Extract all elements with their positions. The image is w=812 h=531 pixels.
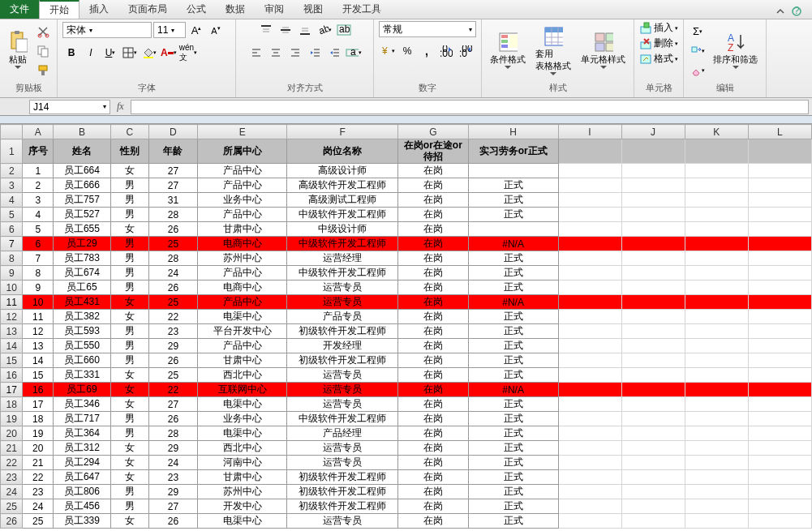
data-cell[interactable]: 25 — [23, 514, 54, 529]
clear-button[interactable]: ▾ — [689, 62, 707, 79]
data-cell[interactable]: 3 — [23, 193, 54, 208]
data-cell[interactable]: 运营专员 — [287, 514, 398, 529]
data-cell[interactable]: 27 — [148, 499, 197, 514]
data-cell[interactable]: 在岗 — [397, 251, 468, 266]
data-cell[interactable]: 初级软件开发工程师 — [287, 470, 398, 485]
data-cell[interactable]: 9 — [23, 280, 54, 295]
data-cell[interactable]: 员工364 — [54, 426, 111, 441]
data-cell[interactable]: 25 — [148, 368, 197, 383]
column-header[interactable]: L — [748, 125, 811, 139]
number-format-combo[interactable]: 常规▾ — [379, 21, 476, 37]
data-cell[interactable]: 女 — [110, 164, 148, 178]
data-cell[interactable]: 产品专员 — [287, 310, 398, 324]
decrease-indent-button[interactable] — [306, 44, 324, 62]
data-cell[interactable]: 27 — [148, 178, 197, 193]
row-header[interactable]: 15 — [1, 353, 23, 368]
data-cell[interactable]: #N/A — [468, 237, 558, 251]
percent-button[interactable]: % — [398, 42, 416, 60]
data-cell[interactable]: 29 — [148, 485, 197, 499]
align-center-button[interactable] — [267, 44, 285, 62]
row-header[interactable]: 12 — [1, 310, 23, 324]
row-header[interactable]: 14 — [1, 339, 23, 353]
increase-decimal-button[interactable]: .0.00 — [437, 42, 455, 60]
data-cell[interactable]: 在岗 — [397, 499, 468, 514]
data-cell[interactable]: 24 — [148, 456, 197, 470]
cell-styles-button[interactable]: 单元格样式 — [578, 31, 629, 71]
accounting-format-button[interactable]: ¥▾ — [379, 42, 397, 60]
formula-input[interactable] — [131, 100, 809, 114]
data-cell[interactable]: 在岗 — [397, 310, 468, 324]
data-cell[interactable]: 正式 — [468, 266, 558, 280]
header-cell[interactable]: 所属中心 — [198, 139, 287, 164]
ribbon-collapse-icon[interactable] — [773, 4, 788, 19]
data-cell[interactable]: 初级软件开发工程师 — [287, 353, 398, 368]
data-cell[interactable]: 员工757 — [54, 193, 111, 208]
data-cell[interactable]: 正式 — [468, 426, 558, 441]
data-cell[interactable]: 在岗 — [397, 295, 468, 310]
data-cell[interactable]: 在岗 — [397, 339, 468, 353]
data-cell[interactable]: 运营专员 — [287, 368, 398, 383]
data-cell[interactable]: 在岗 — [397, 193, 468, 208]
data-cell[interactable]: 6 — [23, 237, 54, 251]
data-cell[interactable]: 中级软件开发工程师 — [287, 412, 398, 426]
data-cell[interactable]: 女 — [110, 397, 148, 412]
data-cell[interactable]: 中级软件开发工程师 — [287, 208, 398, 222]
data-cell[interactable]: 员工456 — [54, 499, 111, 514]
data-cell[interactable]: 产品经理 — [287, 426, 398, 441]
data-cell[interactable]: 15 — [23, 368, 54, 383]
fx-icon[interactable]: fx — [117, 101, 124, 113]
data-cell[interactable]: 在岗 — [397, 353, 468, 368]
tab-6[interactable]: 视图 — [294, 0, 333, 19]
data-cell[interactable]: 男 — [110, 178, 148, 193]
data-cell[interactable]: 员工666 — [54, 178, 111, 193]
data-cell[interactable]: 女 — [110, 368, 148, 383]
data-cell[interactable]: 产品中心 — [198, 339, 287, 353]
border-button[interactable]: ▾ — [121, 44, 139, 62]
data-cell[interactable]: 男 — [110, 499, 148, 514]
data-cell[interactable]: 河南中心 — [198, 456, 287, 470]
header-cell[interactable]: 在岗or在途or待招 — [397, 139, 468, 164]
header-cell[interactable]: 序号 — [23, 139, 54, 164]
data-cell[interactable]: 16 — [23, 383, 54, 397]
row-header[interactable]: 21 — [1, 441, 23, 456]
data-cell[interactable]: 10 — [23, 295, 54, 310]
fill-button[interactable]: ▾ — [689, 42, 707, 60]
decrease-font-button[interactable]: A▾ — [207, 21, 225, 39]
align-left-button[interactable] — [247, 44, 265, 62]
data-cell[interactable] — [468, 164, 558, 178]
insert-cells-button[interactable]: 插入▾ — [639, 21, 678, 35]
data-cell[interactable]: 在岗 — [397, 514, 468, 529]
merge-center-button[interactable]: a▾ — [345, 44, 363, 62]
data-cell[interactable]: 7 — [23, 251, 54, 266]
data-cell[interactable]: 员工312 — [54, 441, 111, 456]
row-header[interactable]: 8 — [1, 251, 23, 266]
italic-button[interactable]: I — [82, 44, 100, 62]
row-header[interactable]: 9 — [1, 266, 23, 280]
increase-indent-button[interactable] — [325, 44, 343, 62]
data-cell[interactable]: 正式 — [468, 368, 558, 383]
paste-button[interactable]: 粘贴 — [5, 31, 31, 71]
data-cell[interactable]: 员工527 — [54, 208, 111, 222]
data-cell[interactable]: 17 — [23, 397, 54, 412]
tab-0[interactable]: 开始 — [39, 0, 79, 19]
data-cell[interactable]: 员工431 — [54, 295, 111, 310]
spreadsheet-grid[interactable]: ABCDEFGHIJKL1序号姓名性别年龄所属中心岗位名称在岗or在途or待招实… — [0, 124, 812, 531]
column-header[interactable]: A — [23, 125, 54, 139]
increase-font-button[interactable]: A▴ — [187, 21, 205, 39]
row-header[interactable]: 13 — [1, 324, 23, 339]
fill-color-button[interactable]: ▾ — [140, 44, 158, 62]
align-top-button[interactable] — [257, 21, 275, 39]
data-cell[interactable]: 正式 — [468, 412, 558, 426]
data-cell[interactable]: 正式 — [468, 397, 558, 412]
data-cell[interactable]: 29 — [148, 339, 197, 353]
data-cell[interactable]: 22 — [23, 470, 54, 485]
data-cell[interactable]: 电渠中心 — [198, 397, 287, 412]
row-header[interactable]: 25 — [1, 499, 23, 514]
row-header[interactable]: 20 — [1, 426, 23, 441]
data-cell[interactable]: 高级软件开发工程师 — [287, 178, 398, 193]
data-cell[interactable]: 西北中心 — [198, 368, 287, 383]
data-cell[interactable]: 男 — [110, 251, 148, 266]
data-cell[interactable]: 23 — [148, 324, 197, 339]
data-cell[interactable]: 22 — [148, 383, 197, 397]
font-name-combo[interactable]: 宋体▾ — [62, 22, 152, 38]
